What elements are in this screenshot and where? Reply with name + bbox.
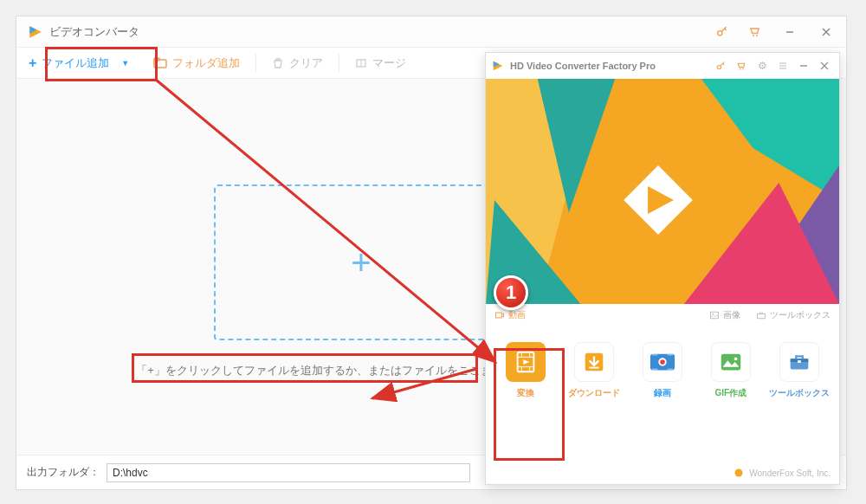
cart-icon[interactable] bbox=[742, 19, 768, 45]
chevron-down-icon: ▼ bbox=[121, 59, 129, 68]
window-title: ビデオコンバータ bbox=[49, 24, 709, 40]
folder-icon bbox=[153, 57, 167, 69]
tile-gif[interactable]: GIF作成 bbox=[699, 333, 762, 404]
tile-row: 変換 ダウンロード 録画 GIF作成 ツールボックス bbox=[486, 326, 839, 411]
tile-toolbox[interactable]: ツールボックス bbox=[767, 333, 830, 404]
main-titlebar: ビデオコンバータ bbox=[16, 16, 846, 48]
image-icon bbox=[709, 310, 720, 320]
add-file-label: ファイル追加 bbox=[42, 55, 109, 71]
category-toolbox[interactable]: ツールボックス bbox=[756, 309, 830, 321]
briefcase-icon bbox=[786, 349, 812, 375]
company-name: WonderFox Soft, Inc. bbox=[749, 468, 830, 478]
svg-point-47 bbox=[734, 357, 738, 360]
svg-point-11 bbox=[740, 68, 741, 69]
svg-point-10 bbox=[717, 65, 721, 68]
merge-label: マージ bbox=[372, 55, 406, 71]
app-logo-icon bbox=[27, 23, 44, 41]
tile-convert-label: 変換 bbox=[517, 387, 534, 399]
plus-icon: + bbox=[29, 55, 36, 71]
wonderfox-logo-icon bbox=[734, 468, 744, 478]
close-button[interactable] bbox=[815, 56, 834, 75]
sub-window: HD Video Converter Factory Pro ⚙ bbox=[485, 52, 840, 485]
gear-icon[interactable]: ⚙ bbox=[753, 56, 772, 75]
sub-titlebar: HD Video Converter Factory Pro ⚙ bbox=[486, 53, 839, 79]
svg-point-1 bbox=[753, 35, 754, 36]
svg-point-45 bbox=[660, 359, 665, 365]
film-icon bbox=[513, 349, 539, 375]
svg-point-2 bbox=[756, 35, 758, 36]
svg-point-0 bbox=[718, 30, 722, 35]
svg-rect-32 bbox=[758, 314, 766, 319]
toolbox-icon bbox=[756, 310, 766, 320]
svg-rect-29 bbox=[496, 313, 502, 318]
video-icon bbox=[494, 310, 505, 320]
category-row: 動画 画像 ツールボックス bbox=[486, 304, 839, 326]
add-folder-button[interactable]: フォルダ追加 bbox=[141, 48, 252, 79]
tile-toolbox-label: ツールボックス bbox=[769, 387, 830, 399]
minimize-button[interactable] bbox=[794, 56, 813, 75]
add-folder-label: フォルダ追加 bbox=[172, 55, 240, 71]
clear-label: クリア bbox=[289, 55, 323, 71]
sub-window-title: HD Video Converter Factory Pro bbox=[510, 61, 711, 71]
cart-icon[interactable] bbox=[732, 56, 751, 75]
svg-rect-50 bbox=[798, 360, 801, 363]
tile-download[interactable]: ダウンロード bbox=[563, 333, 626, 404]
merge-icon bbox=[355, 57, 367, 69]
add-file-button[interactable]: + ファイル追加 ▼ bbox=[16, 48, 141, 79]
plus-large-icon: + bbox=[351, 243, 371, 282]
category-video-label: 動画 bbox=[508, 309, 526, 321]
hero-banner bbox=[486, 79, 839, 304]
category-video[interactable]: 動画 bbox=[494, 309, 526, 321]
annotation-badge-1: 1 bbox=[494, 275, 528, 310]
separator bbox=[339, 54, 339, 73]
svg-point-51 bbox=[735, 469, 743, 477]
close-button[interactable] bbox=[811, 19, 841, 45]
key-icon[interactable] bbox=[711, 56, 730, 75]
list-icon[interactable] bbox=[773, 56, 792, 75]
clear-button[interactable]: クリア bbox=[260, 48, 335, 79]
record-icon bbox=[648, 349, 677, 375]
download-icon bbox=[581, 349, 607, 375]
category-image[interactable]: 画像 bbox=[709, 309, 740, 321]
sub-footer: WonderFox Soft, Inc. bbox=[486, 462, 839, 484]
svg-point-12 bbox=[742, 68, 744, 69]
trash-icon bbox=[272, 57, 284, 69]
tile-convert[interactable]: 変換 bbox=[494, 333, 558, 404]
output-folder-label: 出力フォルダ： bbox=[27, 465, 100, 480]
category-image-label: 画像 bbox=[723, 309, 740, 321]
separator bbox=[255, 54, 256, 73]
output-folder-input[interactable] bbox=[107, 463, 470, 482]
key-icon[interactable] bbox=[709, 19, 735, 45]
tile-record-label: 録画 bbox=[654, 387, 671, 399]
sub-app-logo-icon bbox=[491, 59, 505, 73]
drop-zone[interactable]: + bbox=[214, 184, 508, 340]
tile-gif-label: GIF作成 bbox=[714, 387, 746, 399]
svg-rect-46 bbox=[721, 354, 741, 371]
category-toolbox-label: ツールボックス bbox=[770, 309, 830, 321]
tile-record[interactable]: 録画 bbox=[631, 333, 695, 404]
svg-marker-40 bbox=[524, 359, 531, 365]
merge-button[interactable]: マージ bbox=[343, 48, 418, 79]
minimize-button[interactable] bbox=[775, 19, 805, 45]
gif-icon bbox=[718, 349, 744, 375]
tile-download-label: ダウンロード bbox=[568, 387, 620, 399]
